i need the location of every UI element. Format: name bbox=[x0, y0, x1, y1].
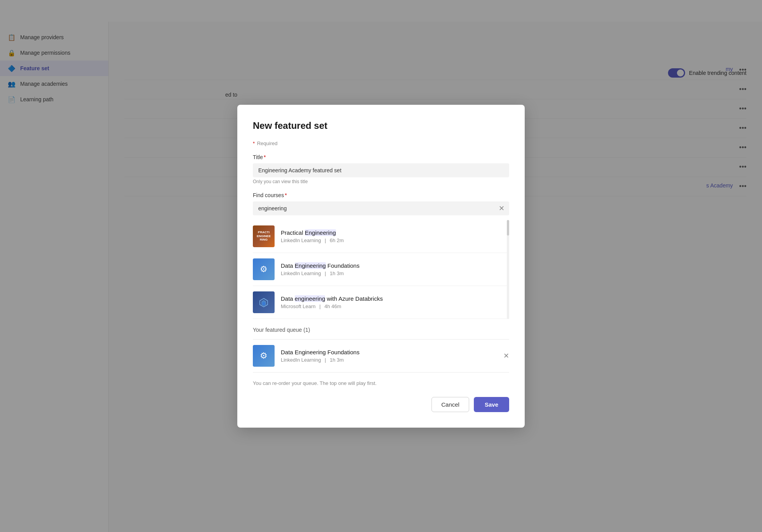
provider-data-eng: LinkedIn Learning bbox=[281, 270, 321, 276]
queue-course-name: Data Engineering Foundations bbox=[281, 349, 497, 355]
search-clear-button[interactable]: ✕ bbox=[499, 205, 505, 212]
duration-data-eng: 1h 3m bbox=[330, 270, 344, 276]
search-results: PRACTIENGINEERING Practical Engineering … bbox=[253, 220, 509, 319]
duration-practical: 6h 2m bbox=[330, 237, 344, 243]
course-info-practical: Practical Engineering LinkedIn Learning … bbox=[281, 229, 509, 243]
course-name-data-eng: Data Engineering Foundations bbox=[281, 262, 509, 269]
course-meta-practical: LinkedIn Learning | 6h 2m bbox=[281, 237, 509, 243]
save-button[interactable]: Save bbox=[474, 397, 509, 412]
course-thumb-practical: PRACTIENGINEERING bbox=[253, 225, 275, 247]
scrollbar-track bbox=[507, 220, 509, 319]
required-star: * bbox=[253, 140, 255, 146]
course-item-practical-engineering[interactable]: PRACTIENGINEERING Practical Engineering … bbox=[253, 220, 509, 253]
queue-course-info: Data Engineering Foundations LinkedIn Le… bbox=[281, 349, 497, 363]
modal-title: New featured set bbox=[253, 120, 509, 131]
course-meta-azure: Microsoft Learn | 4h 46m bbox=[281, 303, 509, 309]
provider-practical: LinkedIn Learning bbox=[281, 237, 321, 243]
course-item-data-engineering-foundations[interactable]: ⚙ Data Engineering Foundations LinkedIn … bbox=[253, 253, 509, 286]
course-info-data-eng: Data Engineering Foundations LinkedIn Le… bbox=[281, 262, 509, 276]
title-field-label: Title * bbox=[253, 154, 509, 160]
queue-duration: 1h 3m bbox=[330, 357, 344, 363]
course-item-azure-databricks[interactable]: Data engineering with Azure Databricks M… bbox=[253, 286, 509, 319]
queue-course-meta: LinkedIn Learning | 1h 3m bbox=[281, 357, 497, 363]
modal-footer: Cancel Save bbox=[253, 397, 509, 412]
queue-label: Your featured queue (1) bbox=[253, 327, 509, 333]
cancel-button[interactable]: Cancel bbox=[431, 397, 469, 412]
course-thumb-azure bbox=[253, 291, 275, 313]
reorder-hint: You can re-order your queue. The top one… bbox=[253, 380, 509, 386]
search-container: ✕ bbox=[253, 201, 509, 215]
course-thumb-data-eng: ⚙ bbox=[253, 258, 275, 280]
queue-provider: LinkedIn Learning bbox=[281, 357, 321, 363]
title-input-hint: Only you can view this title bbox=[253, 179, 509, 184]
title-input[interactable] bbox=[253, 163, 509, 177]
course-meta-data-eng: LinkedIn Learning | 1h 3m bbox=[281, 270, 509, 276]
course-info-azure: Data engineering with Azure Databricks M… bbox=[281, 295, 509, 309]
find-courses-label: Find courses * bbox=[253, 192, 509, 198]
title-required-star: * bbox=[264, 154, 266, 160]
modal-new-featured-set: New featured set * Required Title * Only… bbox=[237, 105, 525, 428]
queue-thumb-data-eng: ⚙ bbox=[253, 345, 275, 367]
course-name-azure: Data engineering with Azure Databricks bbox=[281, 295, 509, 302]
course-name-practical: Practical Engineering bbox=[281, 229, 509, 236]
search-input[interactable] bbox=[253, 201, 509, 215]
queue-item-data-eng: ⚙ Data Engineering Foundations LinkedIn … bbox=[253, 339, 509, 373]
find-courses-required-star: * bbox=[285, 192, 287, 198]
required-note: * Required bbox=[253, 140, 509, 146]
provider-azure: Microsoft Learn bbox=[281, 303, 316, 309]
duration-azure: 4h 46m bbox=[324, 303, 341, 309]
queue-remove-button[interactable]: ✕ bbox=[503, 352, 509, 360]
scrollbar-thumb[interactable] bbox=[507, 220, 509, 236]
